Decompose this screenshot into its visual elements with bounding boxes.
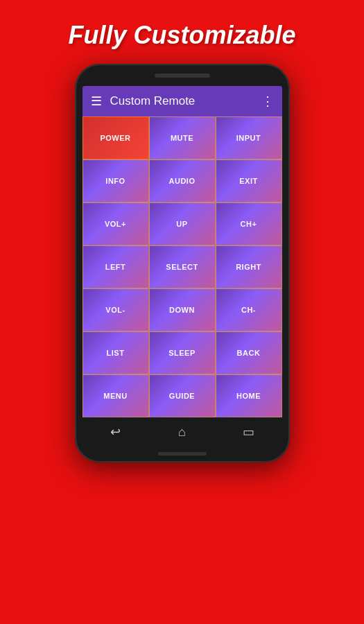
remote-grid: POWERMUTEINPUTINFOAUDIOEXITVOL+UPCH+LEFT…: [83, 116, 282, 417]
nav-home-button[interactable]: ⌂: [172, 422, 193, 442]
remote-button-select[interactable]: SELECT: [149, 245, 216, 288]
remote-button-audio[interactable]: AUDIO: [149, 159, 216, 202]
remote-button-info[interactable]: INFO: [83, 159, 149, 202]
remote-button-vol+[interactable]: VOL+: [83, 202, 149, 245]
remote-button-mute[interactable]: MUTE: [149, 116, 216, 159]
nav-back-button[interactable]: ↩: [105, 422, 126, 442]
remote-button-input[interactable]: INPUT: [216, 116, 282, 159]
remote-button-home[interactable]: HOME: [216, 374, 282, 417]
remote-button-power[interactable]: POWER: [83, 116, 149, 159]
remote-button-list[interactable]: LIST: [83, 331, 149, 374]
remote-button-sleep[interactable]: SLEEP: [149, 331, 216, 374]
phone-screen: ☰ Custom Remote ⋮ POWERMUTEINPUTINFOAUDI…: [83, 86, 282, 447]
app-bar: ☰ Custom Remote ⋮: [83, 86, 282, 116]
remote-button-menu[interactable]: MENU: [83, 374, 149, 417]
remote-button-guide[interactable]: GUIDE: [149, 374, 216, 417]
phone-speaker: [155, 73, 210, 78]
app-bar-title: Custom Remote: [110, 94, 261, 108]
phone-nav: ↩ ⌂ ▭: [83, 417, 282, 447]
phone-top: [82, 73, 283, 82]
remote-button-left[interactable]: LEFT: [83, 245, 149, 288]
remote-button-exit[interactable]: EXIT: [216, 159, 282, 202]
remote-button-ch+[interactable]: CH+: [216, 202, 282, 245]
remote-button-up[interactable]: UP: [149, 202, 216, 245]
phone-bottom: [82, 452, 283, 456]
remote-button-vol-[interactable]: VOL-: [83, 288, 149, 331]
remote-button-ch-[interactable]: CH-: [216, 288, 282, 331]
more-icon[interactable]: ⋮: [261, 94, 274, 109]
hero-title: Fully Customizable: [68, 21, 295, 50]
phone-shell: ☰ Custom Remote ⋮ POWERMUTEINPUTINFOAUDI…: [75, 64, 290, 462]
remote-button-down[interactable]: DOWN: [149, 288, 216, 331]
remote-button-right[interactable]: RIGHT: [216, 245, 282, 288]
nav-recents-button[interactable]: ▭: [239, 422, 259, 442]
menu-icon[interactable]: ☰: [91, 94, 102, 109]
phone-bottom-speaker: [158, 452, 207, 456]
remote-button-back[interactable]: BACK: [216, 331, 282, 374]
